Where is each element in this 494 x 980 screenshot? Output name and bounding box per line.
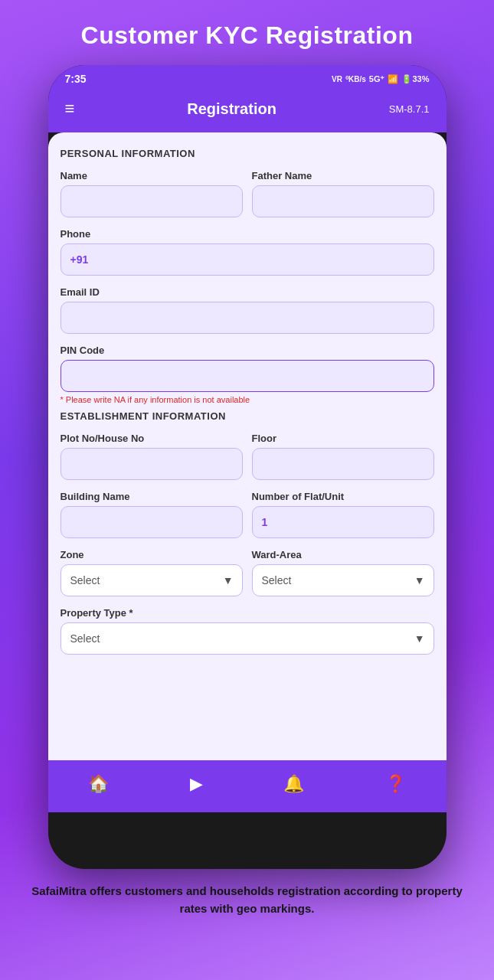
signal-icon: 📶	[388, 74, 398, 84]
name-row: Name Father Name	[61, 170, 434, 217]
bottom-nav: 🏠 ▶ 🔔 ❓	[48, 760, 447, 812]
phone-group: Phone	[61, 228, 434, 276]
property-group: Property Type * Select ▼	[61, 607, 434, 655]
email-label: Email ID	[61, 286, 434, 298]
father-name-label: Father Name	[252, 170, 434, 181]
flat-group: Number of Flat/Unit	[252, 491, 434, 538]
plot-group: Plot No/House No	[61, 433, 243, 480]
property-label: Property Type *	[61, 607, 434, 619]
phone-input[interactable]	[61, 243, 434, 276]
hamburger-menu-icon[interactable]: ≡	[65, 99, 75, 119]
plot-label: Plot No/House No	[61, 433, 243, 444]
pin-input[interactable]	[61, 360, 434, 392]
help-nav-icon[interactable]: ❓	[376, 771, 415, 797]
pin-label: PIN Code	[61, 345, 434, 356]
property-select-wrapper: Select ▼	[61, 622, 434, 655]
play-nav-icon[interactable]: ▶	[181, 771, 212, 797]
building-label: Building Name	[61, 491, 243, 502]
building-input[interactable]	[61, 506, 243, 538]
home-nav-icon[interactable]: 🏠	[79, 771, 118, 797]
zone-group: Zone Select ▼	[61, 549, 243, 596]
ward-label: Ward-Area	[252, 549, 434, 560]
floor-group: Floor	[252, 433, 434, 480]
status-bar: 7:35 VR ⁰KB/s 5G⁺ 📶 🔋33%	[48, 65, 447, 91]
data-speed: ⁰KB/s	[345, 75, 366, 83]
battery-icon: 🔋33%	[401, 74, 429, 84]
bell-nav-icon[interactable]: 🔔	[274, 771, 313, 797]
vr-icon: VR	[332, 75, 342, 83]
property-select[interactable]: Select	[61, 622, 434, 655]
zone-ward-row: Zone Select ▼ Ward-Area Select ▼	[61, 549, 434, 596]
name-group: Name	[61, 170, 243, 217]
plot-input[interactable]	[61, 448, 243, 480]
name-label: Name	[61, 170, 243, 181]
email-group: Email ID	[61, 286, 434, 334]
warning-text: * Please write NA if any information is …	[61, 395, 434, 404]
flat-input[interactable]	[252, 506, 434, 538]
establishment-section-title: ESTABLISHMENT INFORMATION	[61, 410, 434, 422]
phone-label: Phone	[61, 228, 434, 240]
zone-select-wrapper: Select ▼	[61, 564, 243, 596]
building-flat-row: Building Name Number of Flat/Unit	[61, 491, 434, 538]
zone-select[interactable]: Select	[61, 564, 243, 596]
personal-section-title: PERSONAL INFORMATION	[61, 148, 434, 159]
floor-label: Floor	[252, 433, 434, 444]
page-title: Customer KYC Registration	[66, 0, 429, 65]
header-title: Registration	[187, 100, 276, 118]
ward-group: Ward-Area Select ▼	[252, 549, 434, 596]
header-version: SM-8.7.1	[389, 103, 430, 115]
floor-input[interactable]	[252, 448, 434, 480]
name-input[interactable]	[61, 185, 243, 217]
app-header: ≡ Registration SM-8.7.1	[48, 91, 447, 132]
content-area: PERSONAL INFORMATION Name Father Name Ph…	[48, 132, 447, 760]
father-name-group: Father Name	[252, 170, 434, 217]
building-group: Building Name	[61, 491, 243, 538]
father-name-input[interactable]	[252, 185, 434, 217]
status-time: 7:35	[65, 73, 87, 85]
status-icons: VR ⁰KB/s 5G⁺ 📶 🔋33%	[332, 74, 429, 84]
email-input[interactable]	[61, 302, 434, 334]
phone-frame: 7:35 VR ⁰KB/s 5G⁺ 📶 🔋33% ≡ Registration …	[48, 65, 447, 869]
flat-label: Number of Flat/Unit	[252, 491, 434, 502]
plot-floor-row: Plot No/House No Floor	[61, 433, 434, 480]
network-icon: 5G⁺	[369, 74, 385, 84]
ward-select[interactable]: Select	[252, 564, 434, 596]
pin-group: PIN Code	[61, 345, 434, 392]
ward-select-wrapper: Select ▼	[252, 564, 434, 596]
footer-text: SafaiMitra offers customers and househol…	[0, 869, 494, 925]
zone-label: Zone	[61, 549, 243, 560]
